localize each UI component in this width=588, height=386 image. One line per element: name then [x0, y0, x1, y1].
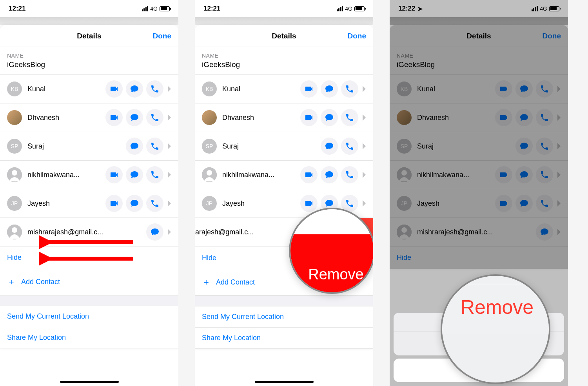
done-button[interactable]: Done — [348, 32, 367, 40]
phone-call-button[interactable] — [146, 195, 163, 212]
avatar-photo — [202, 110, 217, 125]
signal-icon — [337, 6, 343, 11]
svg-point-3 — [12, 227, 17, 233]
message-button[interactable] — [126, 166, 143, 183]
contact-row[interactable]: JPJayesh — [0, 189, 178, 218]
battery-icon — [160, 6, 170, 11]
name-section-label: NAME — [195, 47, 373, 60]
contact-row[interactable]: KBKunal — [0, 75, 178, 103]
chevron-icon — [362, 200, 366, 207]
avatar-initials: JP — [202, 196, 217, 211]
status-bar: 12:21 4G — [195, 0, 373, 17]
phone-call-button[interactable] — [341, 109, 358, 126]
chevron-icon — [167, 200, 171, 207]
phone-screen-1: 12:21 4G Details Done NAME iGeeksBlog KB… — [0, 0, 178, 386]
message-button[interactable] — [126, 138, 143, 155]
avatar-initials: SP — [202, 139, 217, 154]
phone-call-button[interactable] — [146, 80, 163, 98]
signal-icon — [142, 6, 149, 11]
hide-button[interactable]: Hide — [0, 246, 178, 269]
share-location-button[interactable]: Share My Location — [0, 327, 178, 348]
home-indicator[interactable] — [255, 381, 314, 383]
message-button[interactable] — [321, 80, 338, 98]
video-call-button[interactable] — [105, 166, 123, 183]
chevron-icon — [362, 143, 366, 149]
contact-name: Dhvanesh — [27, 114, 105, 122]
contact-row[interactable]: SPSuraj — [195, 132, 373, 161]
contact-name: mishrarajesh@gmail.c... — [27, 228, 146, 236]
magnifier-remove-swipe: Remove — [289, 208, 373, 294]
contact-row[interactable]: SPSuraj — [0, 132, 178, 161]
video-call-button[interactable] — [105, 109, 123, 126]
details-sheet: Details Done NAME iGeeksBlog KBKunalDhva… — [195, 25, 373, 349]
message-button[interactable] — [126, 109, 143, 126]
video-call-button[interactable] — [300, 80, 318, 98]
network-label: 4G — [345, 5, 352, 12]
phone-call-button[interactable] — [146, 109, 163, 126]
sheet-title: Details — [77, 32, 101, 40]
video-call-button[interactable] — [105, 195, 123, 212]
video-call-button[interactable] — [105, 80, 123, 98]
message-button[interactable] — [126, 195, 143, 212]
battery-icon — [354, 6, 365, 11]
avatar-initials: JP — [7, 196, 22, 211]
chevron-icon — [167, 114, 171, 121]
avatar-initials: SP — [7, 139, 22, 154]
add-contact-label: Add Contact — [21, 278, 60, 286]
message-button[interactable] — [321, 109, 338, 126]
status-bar: 12:21 4G — [0, 0, 178, 17]
contact-row[interactable]: mishrarajesh@gmail.c... — [0, 218, 178, 246]
video-call-button[interactable] — [300, 166, 318, 183]
avatar-placeholder — [202, 167, 217, 182]
magnifier-remove-sheet: Remove ... from this Remove — [441, 274, 550, 384]
chevron-icon — [362, 114, 366, 121]
contact-name: Dhvanesh — [222, 114, 300, 122]
phone-call-button[interactable] — [146, 166, 163, 183]
action-sheet-remove-zoomed: Remove — [441, 284, 550, 334]
add-contact-button[interactable]: ＋ Add Contact — [0, 269, 178, 295]
message-button[interactable] — [321, 138, 338, 155]
phone-call-button[interactable] — [341, 166, 358, 183]
phone-call-button[interactable] — [146, 138, 163, 155]
phone-call-button[interactable] — [341, 138, 358, 155]
contact-name: Jayesh — [222, 199, 300, 208]
contact-row[interactable]: Dhvanesh — [195, 103, 373, 132]
phone-screen-3: 12:22➤ 4G Details Done NAME iGeeksBlog K… — [390, 0, 568, 386]
message-button[interactable] — [146, 223, 163, 241]
svg-point-7 — [207, 170, 212, 176]
phone-screen-2: 12:21 4G Details Done NAME iGeeksBlog KB… — [195, 0, 373, 386]
message-button[interactable] — [126, 80, 143, 98]
phone-call-button[interactable] — [341, 80, 358, 98]
contact-name: Jayesh — [27, 199, 105, 208]
chevron-icon — [167, 229, 171, 235]
plus-icon: ＋ — [7, 276, 16, 288]
add-contact-label: Add Contact — [216, 278, 255, 286]
group-name-field[interactable]: iGeeksBlog — [0, 60, 178, 74]
network-label: 4G — [150, 5, 158, 12]
contact-row[interactable]: nikhilmakwana... — [195, 161, 373, 189]
message-button[interactable] — [321, 166, 338, 183]
share-location-button[interactable]: Share My Location — [195, 328, 373, 349]
contact-name: Kunal — [222, 85, 300, 93]
video-call-button[interactable] — [300, 109, 318, 126]
home-indicator[interactable] — [60, 381, 119, 383]
contact-row[interactable]: KBKunal — [195, 75, 373, 103]
status-time: 12:21 — [9, 5, 25, 13]
plus-icon: ＋ — [202, 276, 211, 288]
done-button[interactable]: Done — [153, 32, 172, 40]
contact-row[interactable]: nikhilmakwana... — [0, 161, 178, 189]
name-section-label: NAME — [0, 47, 178, 60]
avatar-placeholder — [7, 167, 22, 182]
avatar-initials: KB — [202, 82, 217, 96]
send-location-button[interactable]: Send My Current Location — [195, 306, 373, 328]
sheet-title: Details — [272, 32, 296, 40]
chevron-icon — [167, 172, 171, 178]
video-call-button[interactable] — [300, 195, 318, 212]
avatar-photo — [7, 110, 22, 125]
contact-name: nikhilmakwana... — [222, 171, 300, 179]
chevron-icon — [167, 143, 171, 149]
contact-row[interactable]: Dhvanesh — [0, 103, 178, 132]
avatar-initials: KB — [7, 82, 22, 96]
group-name-field[interactable]: iGeeksBlog — [195, 60, 373, 74]
send-location-button[interactable]: Send My Current Location — [0, 306, 178, 327]
